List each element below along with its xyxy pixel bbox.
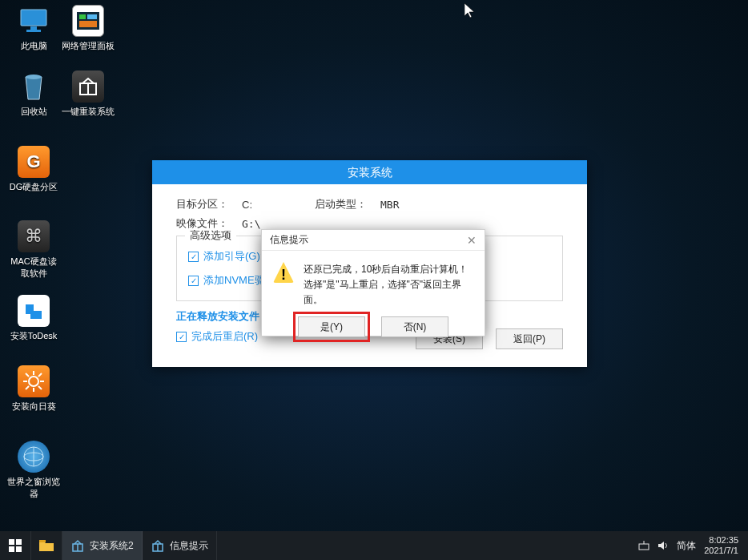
checkbox-icon xyxy=(188,276,199,286)
windows-icon xyxy=(8,538,22,553)
info-dialog: 信息提示 ✕ ! 还原已完成，10秒后自动重启计算机！ 选择"是"马上重启，选择… xyxy=(261,229,485,336)
taskbar-label: 安装系统2 xyxy=(90,539,134,553)
desktop-icon-sunflower[interactable]: 安装向日葵 xyxy=(6,365,61,413)
svg-rect-6 xyxy=(79,21,97,27)
advanced-label: 高级选项 xyxy=(185,228,236,243)
yes-button[interactable]: 是(Y) xyxy=(298,316,365,337)
desktop-icon-dg[interactable]: G DG硬盘分区 xyxy=(6,146,61,193)
taskbar-app-installer[interactable]: 安装系统2 xyxy=(62,531,143,560)
svg-rect-5 xyxy=(87,14,97,19)
icon-label: 网络管理面板 xyxy=(62,41,115,50)
diskgenius-icon: G xyxy=(18,146,50,178)
svg-line-17 xyxy=(38,373,42,377)
installer-title: 安装系统 xyxy=(152,160,587,184)
checkbox-add-boot[interactable]: 添加引导(G): xyxy=(188,249,263,264)
dialog-line1: 还原已完成，10秒后自动重启计算机！ xyxy=(304,262,473,277)
back-button[interactable]: 返回(P) xyxy=(496,328,563,349)
desktop-icon-mac[interactable]: ⌘ MAC硬盘读取软件 xyxy=(6,220,61,280)
svg-line-15 xyxy=(26,373,29,377)
icon-label: 回收站 xyxy=(21,107,47,116)
checkbox-restart[interactable]: 完成后重启(R) xyxy=(176,329,258,344)
start-button[interactable] xyxy=(0,531,31,560)
icon-label: 安装ToDesk xyxy=(10,331,58,340)
svg-point-7 xyxy=(26,75,42,79)
dialog-message: 还原已完成，10秒后自动重启计算机！ 选择"是"马上重启，选择"否"返回主界面。 xyxy=(304,262,473,308)
package-icon xyxy=(70,538,85,553)
svg-rect-26 xyxy=(39,540,46,542)
boot-value: MBR xyxy=(380,199,399,211)
folder-icon xyxy=(39,538,54,553)
tray-network-icon[interactable] xyxy=(638,540,649,551)
svg-rect-22 xyxy=(9,539,14,545)
todesk-icon xyxy=(18,295,50,327)
icon-label: 一键重装系统 xyxy=(62,107,115,116)
ime-indicator[interactable]: 简体 xyxy=(677,539,696,553)
svg-line-18 xyxy=(26,386,29,389)
icon-label: MAC硬盘读取软件 xyxy=(10,256,56,278)
monitor-icon xyxy=(18,5,50,37)
svg-rect-23 xyxy=(16,539,22,545)
trash-icon xyxy=(18,71,50,103)
close-icon[interactable]: ✕ xyxy=(467,234,477,247)
svg-rect-24 xyxy=(9,546,14,552)
checkbox-label: 添加引导(G): xyxy=(203,249,263,264)
desktop-icon-todesk[interactable]: 安装ToDesk xyxy=(6,295,61,342)
no-button[interactable]: 否(N) xyxy=(381,316,448,337)
boot-label: 启动类型： xyxy=(315,197,374,212)
svg-rect-31 xyxy=(639,544,649,550)
taskbar-explorer[interactable] xyxy=(31,531,62,560)
svg-line-16 xyxy=(38,386,42,389)
package-icon xyxy=(72,71,104,103)
globe-icon xyxy=(18,441,50,473)
svg-rect-0 xyxy=(21,10,46,26)
dialog-line2: 选择"是"马上重启，选择"否"返回主界面。 xyxy=(304,277,473,308)
icon-label: DG硬盘分区 xyxy=(10,182,58,191)
warning-icon: ! xyxy=(273,262,294,283)
package-icon xyxy=(151,538,165,553)
target-value: C: xyxy=(242,199,252,211)
desktop-icon-net-panel[interactable]: 网络管理面板 xyxy=(61,5,115,52)
checkbox-label: 添加NVME驱 xyxy=(203,273,265,288)
taskbar: 安装系统2 信息提示 简体 8:02:35 2021/7/1 xyxy=(0,531,748,560)
target-label: 目标分区： xyxy=(176,197,235,212)
checkbox-icon xyxy=(176,332,187,342)
svg-rect-1 xyxy=(30,26,37,30)
clock-time: 8:02:35 xyxy=(704,535,738,546)
svg-rect-4 xyxy=(79,14,86,19)
checkbox-icon xyxy=(188,252,199,262)
image-value: G:\ xyxy=(242,218,260,230)
icon-label: 此电脑 xyxy=(21,41,47,50)
desktop-icon-browser[interactable]: 世界之窗浏览器 xyxy=(6,441,61,500)
desktop-icon-recycle[interactable]: 回收站 xyxy=(6,71,61,118)
svg-rect-25 xyxy=(16,546,22,552)
desktop-icon-this-pc[interactable]: 此电脑 xyxy=(6,5,61,52)
tray-clock[interactable]: 8:02:35 2021/7/1 xyxy=(704,535,738,556)
panel-icon xyxy=(72,5,104,37)
svg-rect-2 xyxy=(26,30,41,32)
checkbox-label: 完成后重启(R) xyxy=(191,329,258,344)
cursor-icon xyxy=(464,3,476,19)
icon-label: 世界之窗浏览器 xyxy=(7,477,60,498)
taskbar-app-dialog[interactable]: 信息提示 xyxy=(143,531,217,560)
taskbar-label: 信息提示 xyxy=(170,539,208,553)
desktop-icon-one-key[interactable]: 一键重装系统 xyxy=(61,71,115,118)
clock-date: 2021/7/1 xyxy=(704,546,738,556)
dialog-title: 信息提示 xyxy=(270,233,308,247)
svg-point-10 xyxy=(29,377,38,386)
icon-label: 安装向日葵 xyxy=(12,401,56,411)
sunflower-icon xyxy=(18,365,50,397)
apple-icon: ⌘ xyxy=(18,220,50,252)
tray-sound-icon[interactable] xyxy=(658,540,669,551)
